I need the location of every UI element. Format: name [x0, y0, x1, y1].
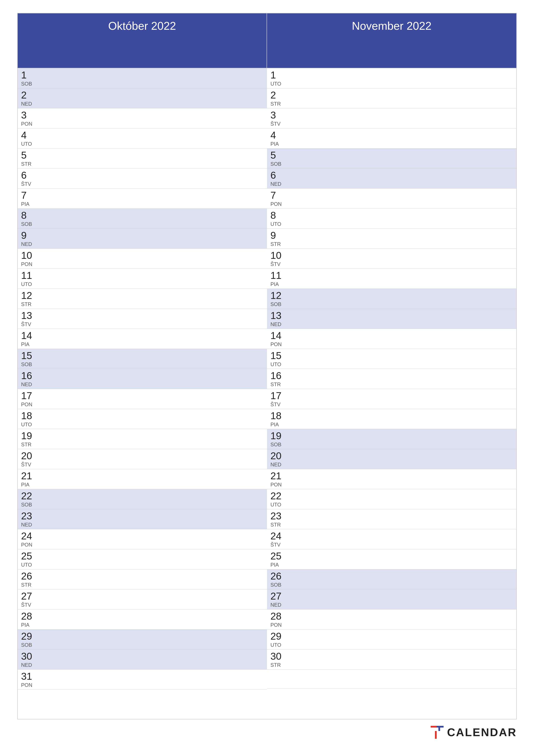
day-name: UTO	[270, 81, 286, 86]
day-name: SOB	[270, 582, 286, 587]
day-number: 28	[270, 611, 286, 621]
day-number: 10	[21, 251, 36, 260]
day-name: NED	[21, 101, 36, 106]
day-name: STR	[270, 662, 286, 668]
day-text: 14 PIA	[21, 331, 36, 347]
day-row: 25 UTO	[18, 549, 267, 569]
day-name: UTO	[270, 362, 286, 367]
day-row: 27 NED	[267, 589, 516, 609]
day-row: 14 PIA	[18, 329, 267, 349]
day-name: ŠTV	[270, 261, 286, 267]
day-row: 26 STR	[18, 569, 267, 589]
day-name: NED	[21, 522, 36, 527]
day-name: ŠTV	[21, 602, 36, 608]
day-row: 24 PON	[18, 529, 267, 549]
day-text: 1 UTO	[270, 70, 286, 86]
day-number: 6	[21, 170, 36, 180]
day-name: ŠTV	[270, 542, 286, 547]
day-name: SOB	[270, 301, 286, 307]
day-text: 5 STR	[21, 150, 36, 167]
day-row: 31 PON	[18, 670, 267, 689]
day-number: 7	[270, 190, 286, 200]
day-text: 16 NED	[21, 371, 36, 387]
day-number: 4	[270, 130, 286, 140]
day-number: 1	[270, 70, 286, 80]
day-text: 10 ŠTV	[270, 251, 286, 267]
day-number: 31	[21, 671, 36, 681]
day-name: PIA	[270, 562, 286, 567]
day-number: 22	[21, 491, 36, 501]
day-text: 28 PIA	[21, 611, 36, 628]
day-text: 6 ŠTV	[21, 170, 36, 187]
day-row: 7 PON	[267, 189, 516, 209]
day-text: 30 STR	[270, 651, 286, 668]
day-name: STR	[270, 522, 286, 527]
day-row: 11 UTO	[18, 269, 267, 289]
day-number: 11	[21, 270, 36, 281]
day-name: NED	[21, 381, 36, 387]
day-row: 10 PON	[18, 249, 267, 269]
day-number: 8	[270, 210, 286, 220]
day-number: 4	[21, 130, 36, 140]
day-text: 7 PON	[270, 190, 286, 207]
day-text: 9 STR	[270, 230, 286, 247]
day-text: 20 ŠTV	[21, 451, 36, 467]
day-text: 6 NED	[270, 170, 286, 187]
day-row: 15 UTO	[267, 349, 516, 369]
day-number: 21	[270, 471, 286, 481]
day-name: STR	[21, 301, 36, 307]
oktober-days-column: 1 SOB 2 NED 3 PON 4 UTO	[18, 68, 267, 719]
day-text: 23 NED	[21, 511, 36, 527]
svg-rect-3	[435, 731, 437, 735]
day-number: 2	[270, 90, 286, 100]
day-name: SOB	[21, 81, 36, 86]
day-text: 15 UTO	[270, 351, 286, 367]
day-name: PIA	[270, 281, 286, 287]
day-text: 21 PON	[270, 471, 286, 487]
day-number: 17	[21, 391, 36, 401]
day-number: 14	[21, 331, 36, 340]
day-row: 8 SOB	[18, 209, 267, 229]
day-number: 29	[21, 631, 36, 641]
day-number: 18	[270, 411, 286, 421]
day-number: 14	[270, 331, 286, 340]
day-number: 3	[270, 110, 286, 120]
day-name: STR	[21, 442, 36, 447]
day-number: 27	[270, 591, 286, 601]
day-number: 26	[270, 571, 286, 581]
day-number: 2	[21, 90, 36, 100]
day-row: 14 PON	[267, 329, 516, 349]
day-text: 22 SOB	[21, 491, 36, 507]
day-row: 9 STR	[267, 229, 516, 249]
day-name: ŠTV	[21, 321, 36, 327]
day-number: 19	[21, 431, 36, 441]
day-text: 21 PIA	[21, 471, 36, 487]
day-row: 4 PIA	[267, 128, 516, 148]
day-text: 12 SOB	[270, 290, 286, 307]
day-row: 20 NED	[267, 449, 516, 469]
day-row: 23 STR	[267, 509, 516, 529]
day-row: 6 NED	[267, 169, 516, 189]
day-text: 23 STR	[270, 511, 286, 527]
day-row: 10 ŠTV	[267, 249, 516, 269]
day-text: 5 SOB	[270, 150, 286, 167]
day-name: STR	[21, 582, 36, 587]
day-number: 16	[270, 371, 286, 381]
day-row: 22 UTO	[267, 489, 516, 509]
day-text: 13 NED	[270, 310, 286, 327]
day-name: PON	[270, 201, 286, 207]
day-number: 12	[270, 290, 286, 300]
day-name: STR	[270, 241, 286, 247]
day-number: 9	[21, 230, 36, 240]
day-number: 29	[270, 631, 286, 641]
day-text: 26 STR	[21, 571, 36, 587]
day-number: 23	[270, 511, 286, 521]
day-text: 25 UTO	[21, 551, 36, 567]
svg-rect-0	[431, 726, 437, 728]
day-number: 27	[21, 591, 36, 601]
day-number: 25	[270, 551, 286, 561]
day-number: 15	[270, 351, 286, 361]
day-name: PON	[21, 401, 36, 407]
svg-rect-1	[437, 726, 444, 728]
day-number: 19	[270, 431, 286, 441]
